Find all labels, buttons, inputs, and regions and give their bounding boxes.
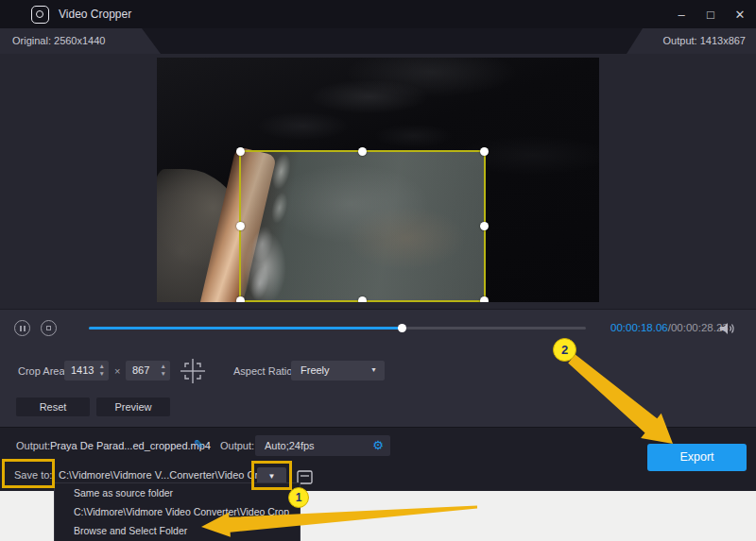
crop-handle-middle-right[interactable] (480, 222, 489, 230)
rename-icon[interactable]: ✎ (194, 437, 204, 451)
crop-handle-top-middle[interactable] (358, 147, 367, 156)
seek-slider[interactable] (89, 327, 586, 330)
window-controls: – □ ✕ (675, 0, 747, 28)
pause-button[interactable] (14, 320, 30, 336)
output-format-label: Output: (220, 440, 254, 451)
reset-button[interactable]: Reset (16, 397, 90, 416)
width-down-icon: ▼ (99, 370, 105, 378)
app-logo-icon (31, 6, 49, 24)
crop-selection-rect[interactable] (239, 150, 486, 302)
save-to-menu: Same as source folder C:\Vidmore\Vidmore… (54, 482, 301, 541)
crop-handle-middle-left[interactable] (236, 222, 245, 230)
crop-height-value[interactable]: 867 (132, 364, 149, 376)
aspect-dropdown-icon: ▼ (370, 366, 377, 373)
aspect-ratio-value: Freely (301, 364, 330, 376)
window-title: Video Cropper (59, 8, 131, 21)
save-to-label: Save to: (14, 469, 52, 481)
crop-handle-top-right[interactable] (480, 147, 489, 156)
stop-button[interactable] (41, 320, 57, 336)
video-frame (157, 58, 599, 302)
aspect-ratio-select[interactable]: Freely ▼ (291, 361, 385, 380)
output-panel: Output: Praya De Parad...ed_cropped.mp4 … (0, 427, 756, 491)
crop-area-label: Crop Area: (18, 365, 68, 377)
menu-item-browse[interactable]: Browse and Select Folder (55, 521, 300, 540)
title-bar: Video Cropper – □ ✕ (0, 0, 756, 28)
times-glyph: × (114, 365, 120, 377)
preview-button[interactable]: Preview (96, 397, 170, 416)
output-file-name: Praya De Parad...ed_cropped.mp4 (50, 440, 211, 451)
export-button[interactable]: Export (647, 444, 747, 471)
seek-slider-progress (89, 327, 402, 330)
close-button[interactable]: ✕ (733, 8, 747, 22)
crop-handle-bottom-left[interactable] (236, 296, 245, 302)
crop-height-stepper[interactable]: 867 ▲▼ (126, 361, 170, 380)
crop-controls-row: Crop Area: 1413 ▲▼ × 867 ▲▼ Aspect Ratio… (0, 351, 756, 392)
output-resolution-tab: Output: 1413x867 (627, 28, 756, 54)
gear-icon[interactable]: ⚙ (372, 438, 384, 452)
aspect-ratio-label: Aspect Ratio: (233, 365, 295, 377)
height-down-icon: ▼ (161, 370, 166, 378)
menu-item-same-as-source[interactable]: Same as source folder (55, 483, 300, 502)
step-2-badge: 2 (553, 338, 576, 362)
crop-width-value[interactable]: 1413 (71, 364, 94, 376)
step-1-badge: 1 (288, 487, 309, 508)
crop-handle-bottom-right[interactable] (480, 296, 489, 302)
current-time: 00:00:18.06 (610, 322, 668, 333)
original-resolution-tab: Original: 2560x1440 (0, 28, 161, 54)
video-cropper-window: Video Cropper – □ ✕ Original: 2560x1440 … (0, 0, 756, 541)
width-up-icon: ▲ (99, 363, 105, 370)
height-up-icon: ▲ (161, 363, 166, 370)
seek-slider-thumb[interactable] (398, 324, 406, 332)
action-buttons-row: Reset Preview (0, 392, 756, 427)
center-crop-icon[interactable] (180, 358, 206, 384)
crop-handle-top-left[interactable] (236, 147, 245, 156)
output-file-label: Output: (16, 440, 50, 451)
crop-handle-bottom-middle[interactable] (358, 296, 367, 302)
minimize-button[interactable]: – (675, 8, 688, 22)
output-format-value: Auto;24fps (265, 440, 315, 451)
menu-item-default-path[interactable]: C:\Vidmore\Vidmore Video Converter\Video… (55, 502, 300, 521)
time-display: 00:00:18.06/00:00:28.23 (610, 322, 729, 333)
playback-bar: 00:00:18.06/00:00:28.23 (0, 309, 756, 351)
volume-icon[interactable] (720, 322, 737, 336)
video-preview-area (0, 54, 756, 309)
top-info-bar: Original: 2560x1440 + Change Source File… (0, 28, 756, 54)
output-format-select[interactable]: Auto;24fps ⚙ (255, 435, 390, 456)
crop-width-stepper[interactable]: 1413 ▲▼ (64, 361, 109, 380)
maximize-button[interactable]: □ (704, 8, 717, 22)
save-path-value: C:\Vidmore\Vidmore V...Converter\Video C… (59, 469, 269, 481)
